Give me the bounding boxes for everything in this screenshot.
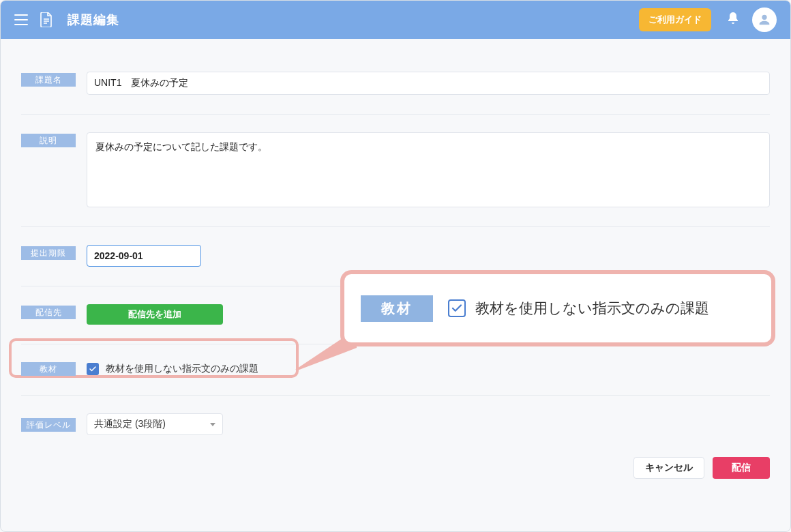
callout-materials-checkbox <box>448 299 466 317</box>
rating-level-label: 評価レベル <box>21 418 76 432</box>
page-title: 課題編集 <box>68 12 119 28</box>
description-input[interactable] <box>87 132 770 207</box>
document-icon <box>40 12 53 27</box>
materials-checkbox-label: 教材を使用しない指示文のみの課題 <box>106 363 258 375</box>
cancel-button[interactable]: キャンセル <box>633 457 704 479</box>
add-recipient-button[interactable]: 配信先を追加 <box>87 304 223 325</box>
avatar[interactable] <box>752 8 777 32</box>
rating-level-select[interactable]: 共通設定 (3段階) <box>87 413 223 435</box>
deadline-input[interactable] <box>87 245 201 267</box>
materials-label: 教材 <box>21 362 76 376</box>
recipients-label: 配信先 <box>21 306 76 319</box>
task-title-label: 課題名 <box>21 73 76 87</box>
chevron-down-icon <box>210 423 215 426</box>
task-title-input[interactable] <box>87 72 770 95</box>
rating-level-value: 共通設定 (3段階) <box>94 418 166 430</box>
notifications-icon[interactable] <box>726 11 740 29</box>
annotation-callout-big: 教材 教材を使用しない指示文のみの課題 <box>340 270 775 346</box>
divider <box>21 226 770 227</box>
callout-materials-checkbox-label: 教材を使用しない指示文のみの課題 <box>475 299 709 318</box>
divider <box>21 114 770 115</box>
guide-button[interactable]: ご利用ガイド <box>639 8 711 31</box>
menu-button[interactable] <box>14 14 28 25</box>
submit-button[interactable]: 配信 <box>713 457 770 479</box>
divider <box>21 395 770 396</box>
callout-materials-chip: 教材 <box>361 295 433 322</box>
deadline-label: 提出期限 <box>21 246 76 260</box>
description-label: 説明 <box>21 134 76 147</box>
materials-checkbox[interactable] <box>87 363 99 375</box>
